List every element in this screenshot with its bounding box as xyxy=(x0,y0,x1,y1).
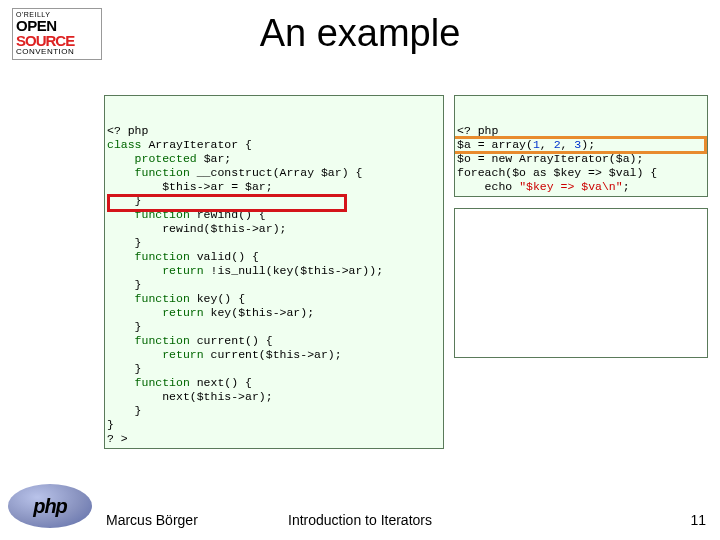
code: } xyxy=(107,404,142,417)
code: } xyxy=(107,236,142,249)
code-box-left: <? php class ArrayIterator { protected $… xyxy=(104,95,444,449)
code: <? xyxy=(107,124,128,137)
slide-title: An example xyxy=(0,12,720,55)
slide: O'REILLY OPEN SOURCE CONVENTION An examp… xyxy=(0,0,720,540)
code: return xyxy=(107,306,211,319)
code: foreach($o as $key => $val) { xyxy=(457,166,657,179)
code: } xyxy=(107,418,114,431)
code: , xyxy=(540,138,554,151)
code: key($this->ar); xyxy=(211,306,315,319)
code: rewind() { xyxy=(197,208,266,221)
code: } xyxy=(107,278,142,291)
code: ArrayIterator { xyxy=(148,138,252,151)
output-box-empty xyxy=(454,208,708,358)
code-left-content: <? php class ArrayIterator { protected $… xyxy=(105,124,443,446)
code: $ar; xyxy=(204,152,232,165)
code: return xyxy=(107,264,211,277)
code: echo xyxy=(457,180,519,193)
code: ? > xyxy=(107,432,128,445)
code: function xyxy=(107,208,197,221)
code: } xyxy=(107,362,142,375)
code: 2 xyxy=(554,138,561,151)
code: } xyxy=(457,194,464,197)
code: return xyxy=(107,348,211,361)
footer-center: Introduction to Iterators xyxy=(0,512,720,528)
code: , xyxy=(561,138,575,151)
code: valid() { xyxy=(197,250,259,263)
code: 1 xyxy=(533,138,540,151)
code: function xyxy=(107,250,197,263)
code: } xyxy=(107,194,142,207)
code: function xyxy=(107,166,197,179)
code: function xyxy=(107,292,197,305)
code: } xyxy=(107,320,142,333)
code: php xyxy=(128,124,149,137)
code: key() { xyxy=(197,292,245,305)
code: function xyxy=(107,334,197,347)
footer-page-number: 11 xyxy=(690,512,706,528)
code: php xyxy=(478,124,499,137)
code: $a = array( xyxy=(457,138,533,151)
code: ; xyxy=(623,180,630,193)
code: rewind($this->ar); xyxy=(107,222,286,235)
code: next() { xyxy=(197,376,252,389)
code-right-content: <? php $a = array(1, 2, 3); $o = new Arr… xyxy=(455,124,707,197)
code: ); xyxy=(581,138,595,151)
code: next($this->ar); xyxy=(107,390,273,403)
code: <? xyxy=(457,124,478,137)
code: $this->ar = $ar; xyxy=(107,180,273,193)
code: protected xyxy=(107,152,204,165)
code: $o = new ArrayIterator($a); xyxy=(457,152,643,165)
code: current() { xyxy=(197,334,273,347)
code: class xyxy=(107,138,148,151)
code: "$key => $va\n" xyxy=(519,180,623,193)
code: current($this->ar); xyxy=(211,348,342,361)
code-box-right: <? php $a = array(1, 2, 3); $o = new Arr… xyxy=(454,95,708,197)
code: function xyxy=(107,376,197,389)
code: !is_null(key($this->ar)); xyxy=(211,264,384,277)
code: __construct(Array $ar) { xyxy=(197,166,363,179)
